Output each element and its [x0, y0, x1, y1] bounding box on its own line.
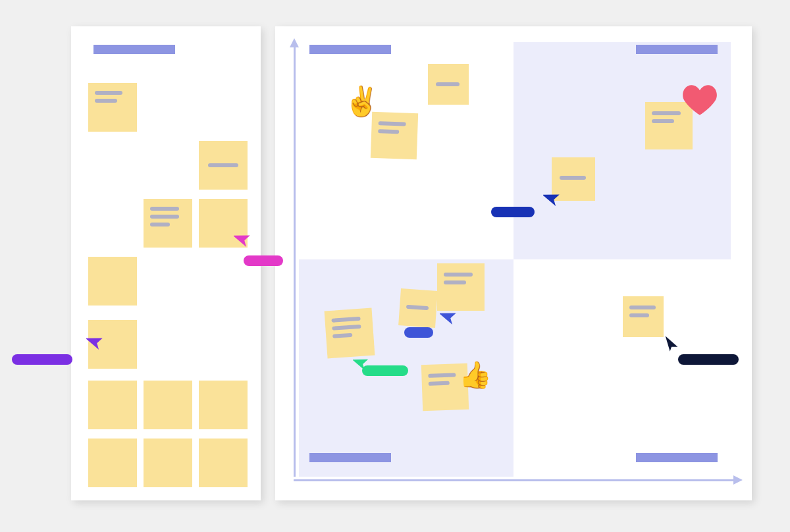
quadrant-bl-header [309, 453, 391, 462]
thumbs-up-icon: 👍 [459, 359, 492, 390]
sidebar-sticky[interactable] [144, 439, 192, 487]
x-axis-arrow [733, 475, 743, 485]
quadrant-br-header [636, 453, 718, 462]
cursor-purple [86, 332, 106, 352]
sidebar-sticky[interactable] [199, 439, 248, 487]
x-axis [294, 479, 733, 481]
sidebar-sticky[interactable] [88, 257, 137, 306]
y-axis [294, 42, 296, 477]
cursor-label-blue [404, 327, 433, 338]
cursor-label-navy [678, 354, 739, 365]
cursor-navy [662, 334, 681, 353]
sidebar-sticky[interactable] [199, 381, 248, 429]
sidebar-sticky[interactable] [88, 381, 137, 429]
quadrant-tl-header [309, 45, 391, 54]
cursor-magenta [234, 229, 253, 249]
cursor-blue [440, 307, 460, 327]
y-axis-arrow [290, 38, 299, 47]
sidebar-sticky[interactable] [88, 439, 137, 487]
sidebar-sticky[interactable] [88, 83, 137, 132]
cursor-green [353, 354, 371, 372]
canvas-sticky[interactable] [325, 308, 375, 359]
canvas-sticky[interactable] [428, 64, 469, 105]
sidebar-header-bar [93, 45, 175, 54]
canvas-sticky[interactable] [623, 296, 664, 337]
quadrant-top-right [514, 42, 731, 259]
cursor-label-magenta [244, 255, 283, 266]
sidebar-panel [71, 26, 261, 500]
cursor-label-royal [491, 207, 535, 217]
heart-icon [681, 84, 718, 117]
canvas-sticky[interactable] [398, 288, 438, 328]
sidebar-sticky[interactable] [144, 199, 192, 248]
canvas-sticky[interactable] [371, 112, 418, 159]
victory-hand-icon: ✌️ [344, 84, 380, 119]
cursor-royal [543, 188, 563, 208]
canvas-sticky[interactable] [437, 263, 485, 311]
quadrant-tr-header [636, 45, 718, 54]
sidebar-sticky[interactable] [199, 141, 248, 190]
sidebar-sticky[interactable] [144, 381, 192, 429]
cursor-label-purple [12, 354, 72, 365]
